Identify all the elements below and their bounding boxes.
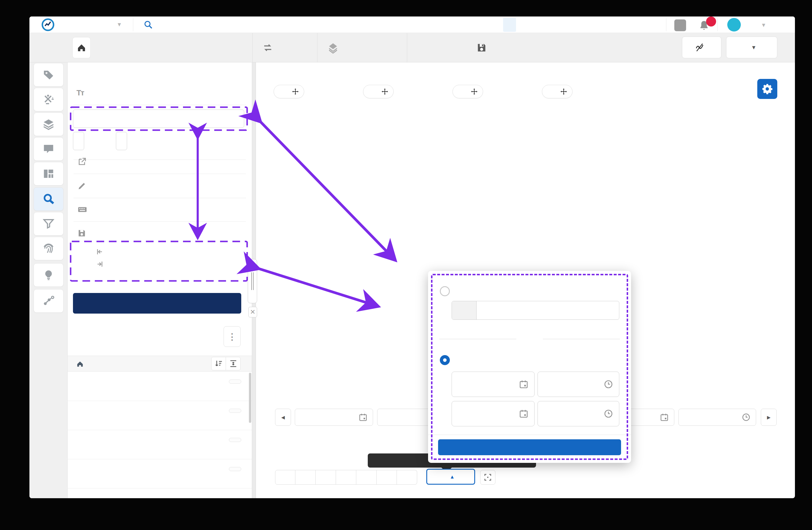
text-type-icon: Tт [76,88,84,97]
context-period-range-radio[interactable] [440,286,450,296]
period-start[interactable] [96,248,108,255]
help-button[interactable] [674,19,686,31]
sidebar-item-fingerprint[interactable] [33,237,63,260]
open-in-contexthub-link[interactable] [68,155,252,168]
range-6m-button[interactable] [356,470,377,485]
save-icon[interactable] [476,42,487,53]
nav-monitoring[interactable] [607,16,620,33]
divider [74,221,246,222]
last-duration-input[interactable] [452,301,619,320]
move-icon[interactable] [381,88,389,95]
legend-pill-reactor-teal[interactable] [274,85,304,98]
live-button[interactable] [682,37,721,58]
time-range-buttons [275,470,417,485]
duration-filter-chip[interactable] [116,132,127,150]
result-row-september[interactable] [68,459,252,488]
move-icon[interactable] [292,88,299,95]
custom-context-period-radio[interactable] [440,355,450,365]
sidebar-item-tag[interactable] [33,63,63,86]
move-icon[interactable] [560,88,567,95]
selection-frame-icon [483,473,492,482]
result-row-december[interactable] [68,372,252,401]
custom-start-time-field[interactable] [537,372,619,397]
view-end-time-field[interactable] [679,409,756,426]
pan-left-button[interactable]: ◂ [275,409,291,426]
add-calculation-link[interactable] [68,203,252,216]
sidebar-item-formula[interactable] [33,88,63,111]
results-scrollbar[interactable] [249,373,251,423]
result-count-badge [229,467,241,471]
pan-right-button[interactable]: ▸ [761,409,777,426]
sidebar-item-network[interactable] [33,289,63,313]
chart-settings-button[interactable] [757,79,777,99]
network-icon [42,294,55,307]
event-filter-chip[interactable] [73,110,244,128]
custom-start-date-field[interactable] [452,372,535,397]
search-button[interactable] [73,293,241,313]
range-1d-button[interactable] [275,470,295,485]
divider [543,339,620,339]
sidebar-item-search[interactable] [33,187,63,211]
legend-pill-reactor-yellow[interactable] [452,85,483,98]
nav-work-organizer[interactable] [539,16,552,33]
clock-icon [604,409,613,418]
range-1m-button[interactable] [316,470,336,485]
view-start-date-field[interactable] [295,409,373,426]
nav-home[interactable] [471,16,484,33]
logo-chevron-down-icon[interactable]: ▾ [118,20,121,28]
collapse-rows-button[interactable] [226,357,241,370]
avatar[interactable] [727,18,741,31]
range-custom-button[interactable]: ▴ [426,469,475,485]
divider [439,339,516,339]
move-icon[interactable] [470,88,478,95]
sort-descending-button[interactable] [212,357,226,370]
range-1y-button[interactable] [377,470,397,485]
result-row-october[interactable] [68,430,252,459]
sidebar-item-comment[interactable] [33,137,63,161]
range-1w-button[interactable] [295,470,316,485]
sidebar-item-filter[interactable] [33,212,63,236]
user-chevron-down-icon[interactable]: ▾ [762,21,765,29]
trendhub-logo-icon [41,18,55,33]
legend-pill-reactor-crimson[interactable] [363,85,394,98]
apply-button[interactable] [438,439,621,455]
edit-context-filters-link[interactable] [68,179,252,193]
sidebar-item-dashboard[interactable] [33,162,63,185]
actions-button[interactable]: ▾ [726,37,777,58]
home-button[interactable] [72,37,91,58]
custom-end-time-field[interactable] [537,401,619,426]
period-end[interactable] [96,260,108,268]
save-this-search-link[interactable] [68,226,252,240]
actions-chevron-down-icon: ▾ [752,44,755,51]
result-count-badge [229,409,241,413]
result-row-november[interactable] [68,401,252,430]
sidebar-item-lightbulb[interactable] [33,263,63,287]
calendar-icon [519,379,528,389]
compare-layers-button[interactable] [327,33,344,62]
custom-end-date-field[interactable] [452,401,535,426]
sort-desc-icon [214,359,223,368]
range-3m-button[interactable] [336,470,356,485]
last-value [477,301,484,320]
statistics-button[interactable] [262,33,278,62]
divider [252,33,253,62]
range-all-button[interactable] [397,470,417,485]
nav-view[interactable] [503,18,516,32]
panel-resize-handle[interactable] [248,259,257,303]
divider [717,18,717,31]
panel-close-button[interactable]: ✕ [248,307,257,317]
results-menu-button[interactable]: ⋮ [223,326,241,347]
global-search-input[interactable] [144,20,158,29]
lightbulb-icon [42,269,55,281]
top-bar: ▾ ▾ [29,16,795,33]
funnel-icon [42,218,55,230]
document-info [476,33,498,62]
tool-sidebar [29,62,68,498]
legend-pill-automotive-sensors[interactable] [542,85,572,98]
divider [74,105,246,105]
reset-zoom-button[interactable] [480,470,495,485]
layers-stack-icon [42,118,55,131]
clock-icon [604,379,613,389]
sidebar-item-layers[interactable] [33,112,63,136]
type-filter-chip[interactable] [73,132,84,150]
